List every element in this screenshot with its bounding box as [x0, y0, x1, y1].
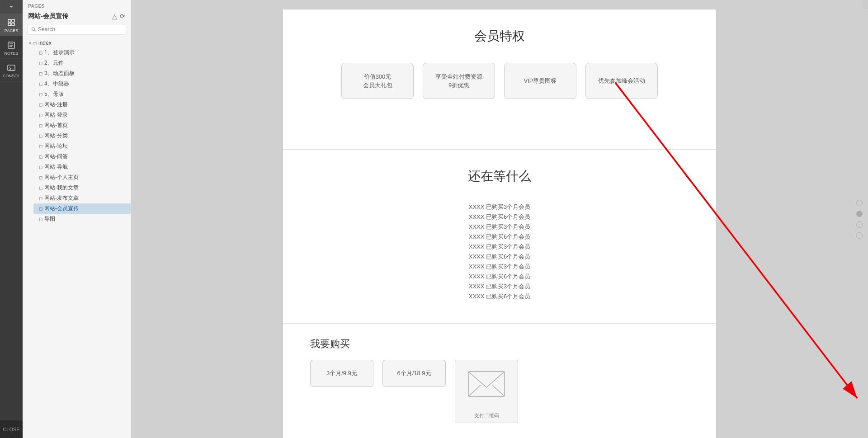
tree-item-14[interactable]: ◻ 网站-发布文章 — [33, 193, 131, 203]
pages-panel: PAGES 网站-会员宣传 △ ⟳ ▾ ◻ index ◻ 1、登录演示 — [23, 0, 131, 438]
sidebar-item-notes-label: NOTES — [4, 51, 18, 56]
page-icon-0: ◻ — [39, 50, 42, 55]
pages-tree: ▾ ◻ index ◻ 1、登录演示 ◻ 2、元件 ◻ 3、动态面板 ◻ — [23, 38, 131, 438]
tree-item-0[interactable]: ◻ 1、登录演示 — [33, 47, 131, 58]
sidebar-item-pages[interactable]: PAGES — [0, 14, 23, 36]
tree-item-11[interactable]: ◻ 网站-导航 — [33, 162, 131, 172]
privilege-card-2: VIP尊贵图标 — [504, 63, 576, 99]
privilege-card-1: 享受全站付费资源 9折优惠 — [423, 63, 495, 99]
svg-point-11 — [32, 28, 34, 30]
purchase-list: XXXX 已购买3个月会员 XXXX 已购买6个月会员 XXXX 已购买3个月会… — [310, 203, 689, 301]
sidebar-item-console-label: CONSOL — [3, 74, 20, 78]
page-canvas: 会员特权 价值300元 会员大礼包 享受全站付费资源 9折优惠 VIP尊贵图标 … — [283, 9, 717, 438]
page-icon-16: ◻ — [39, 217, 42, 221]
page-icon-12: ◻ — [39, 175, 42, 180]
purchase-item-5: XXXX 已购买6个月会员 — [469, 253, 531, 261]
purchase-item-4: XXXX 已购买3个月会员 — [469, 243, 531, 251]
tree-item-4[interactable]: ◻ 5、母版 — [33, 89, 131, 99]
tree-item-13[interactable]: ◻ 网站-我的文章 — [33, 183, 131, 193]
purchase-item-9: XXXX 已购买6个月会员 — [469, 292, 531, 301]
tree-item-16[interactable]: ◻ 导图 — [33, 214, 131, 224]
page-icon-5: ◻ — [39, 102, 42, 107]
svg-rect-3 — [8, 23, 11, 26]
search-icon — [31, 27, 36, 32]
page-icon-15: ◻ — [39, 206, 42, 211]
page-icon-9: ◻ — [39, 144, 42, 149]
waiting-title: 还在等什么 — [310, 168, 689, 185]
page-icon-10: ◻ — [39, 154, 42, 159]
page-icon-7: ◻ — [39, 123, 42, 128]
qrcode-label: 支付二维码 — [455, 412, 518, 419]
close-button[interactable]: CLOSE — [0, 420, 23, 438]
purchase-item-0: XXXX 已购买3个月会员 — [469, 203, 531, 211]
page-icon-6: ◻ — [39, 113, 42, 118]
page-icon-13: ◻ — [39, 185, 42, 190]
tree-item-2[interactable]: ◻ 3、动态面板 — [33, 68, 131, 79]
tree-item-3[interactable]: ◻ 4、中继器 — [33, 79, 131, 89]
section-waiting: 还在等什么 XXXX 已购买3个月会员 XXXX 已购买6个月会员 XXXX 已… — [283, 150, 716, 324]
purchase-item-6: XXXX 已购买3个月会员 — [469, 263, 531, 271]
icon-sidebar: PAGES NOTES CONSOL CLOSE — [0, 0, 23, 438]
dot-1[interactable] — [856, 211, 863, 217]
svg-line-12 — [34, 30, 36, 31]
section-privileges: 会员特权 价值300元 会员大礼包 享受全站付费资源 9折优惠 VIP尊贵图标 … — [283, 9, 716, 150]
purchase-item-8: XXXX 已购买3个月会员 — [469, 283, 531, 291]
search-input[interactable] — [38, 26, 122, 33]
page-icon-4: ◻ — [39, 92, 42, 97]
chevron-down-icon: ▾ — [29, 41, 31, 46]
pages-panel-header-label: PAGES — [23, 0, 131, 10]
svg-line-15 — [492, 385, 505, 396]
sidebar-item-notes[interactable]: NOTES — [0, 36, 23, 59]
purchase-item-2: XXXX 已购买3个月会员 — [469, 223, 531, 231]
tree-item-6[interactable]: ◻ 网站-登录 — [33, 110, 131, 120]
sidebar-item-console[interactable]: CONSOL — [0, 59, 23, 81]
tree-item-root[interactable]: ▾ ◻ index — [26, 38, 131, 47]
page-icon-3: ◻ — [39, 81, 42, 86]
tree-item-5[interactable]: ◻ 网站-注册 — [33, 99, 131, 110]
page-icon-8: ◻ — [39, 133, 42, 138]
search-box[interactable] — [27, 24, 126, 35]
tree-item-9[interactable]: ◻ 网站-论坛 — [33, 141, 131, 151]
right-dots — [856, 200, 863, 239]
section-buy: 我要购买 3个月/9.9元 6个月/18.9元 支付二维码 — [283, 324, 716, 438]
svg-rect-4 — [12, 23, 14, 26]
pages-panel-title-row: 网站-会员宣传 △ ⟳ — [23, 10, 131, 24]
privileges-title: 会员特权 — [310, 28, 689, 45]
pages-panel-title: 网站-会员宣传 — [28, 12, 68, 20]
export-icon[interactable]: △ — [112, 13, 117, 20]
tree-item-8[interactable]: ◻ 网站-分类 — [33, 131, 131, 141]
svg-line-14 — [468, 385, 481, 396]
svg-marker-0 — [9, 6, 13, 8]
privilege-card-3: 优先参加峰会活动 — [585, 63, 658, 99]
svg-rect-13 — [468, 372, 505, 396]
buy-title: 我要购买 — [310, 337, 689, 351]
page-icon-2: ◻ — [39, 71, 42, 76]
tree-item-10[interactable]: ◻ 网站-问答 — [33, 151, 131, 162]
tree-item-15[interactable]: ◻ 网站-会员宣传 — [33, 203, 131, 214]
purchase-item-1: XXXX 已购买6个月会员 — [469, 213, 531, 221]
buy-options: 3个月/9.9元 6个月/18.9元 支付二维码 — [310, 360, 689, 423]
folder-icon: ◻ — [33, 41, 37, 46]
purchase-item-3: XXXX 已购买6个月会员 — [469, 233, 531, 241]
dot-3[interactable] — [856, 232, 863, 239]
page-icon-14: ◻ — [39, 196, 42, 201]
canvas-area[interactable]: 会员特权 价值300元 会员大礼包 享受全站付费资源 9折优惠 VIP尊贵图标 … — [131, 0, 868, 438]
svg-rect-2 — [12, 19, 14, 22]
purchase-item-7: XXXX 已购买6个月会员 — [469, 273, 531, 281]
tree-item-1[interactable]: ◻ 2、元件 — [33, 58, 131, 68]
sidebar-collapse-btn[interactable] — [0, 0, 23, 14]
tree-item-7[interactable]: ◻ 网站-首页 — [33, 120, 131, 131]
dot-0[interactable] — [856, 200, 863, 206]
privilege-card-0: 价值300元 会员大礼包 — [341, 63, 414, 99]
svg-rect-9 — [8, 65, 15, 71]
sidebar-item-pages-label: PAGES — [5, 28, 18, 33]
svg-rect-1 — [8, 19, 11, 22]
qrcode-box: 支付二维码 — [455, 360, 518, 423]
envelope-icon — [466, 365, 507, 401]
buy-card-1[interactable]: 6个月/18.9元 — [382, 360, 446, 387]
tree-item-12[interactable]: ◻ 网站-个人主页 — [33, 172, 131, 183]
buy-card-0[interactable]: 3个月/9.9元 — [310, 360, 373, 387]
refresh-icon[interactable]: ⟳ — [120, 13, 125, 20]
pages-panel-icons: △ ⟳ — [112, 13, 125, 20]
dot-2[interactable] — [856, 221, 863, 228]
